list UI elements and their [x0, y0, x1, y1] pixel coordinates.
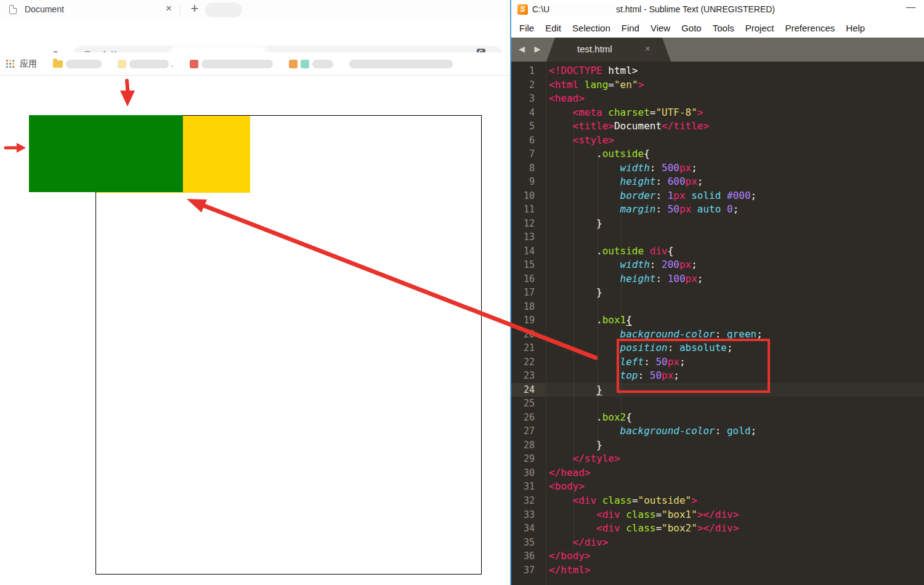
code-line[interactable]: 21 position: absolute;	[511, 341, 924, 355]
line-number: 3	[511, 92, 545, 106]
code-line[interactable]: 11 margin: 50px auto 0;	[511, 203, 924, 217]
redacted-bookmark-label	[201, 60, 273, 68]
code-line[interactable]: 26 .box2{	[511, 411, 924, 425]
menu-item-tools[interactable]: Tools	[707, 18, 740, 38]
menu-item-view[interactable]: View	[645, 18, 676, 38]
tab-nav-arrows-icon[interactable]: ◀ ▶	[519, 44, 545, 54]
code-line[interactable]: 10 border: 1px solid #000;	[511, 189, 924, 203]
code-line[interactable]: 4 <meta charset="UTF-8">	[511, 106, 924, 120]
code-text: height: 100px;	[545, 272, 703, 286]
code-line[interactable]: 2<html lang="en">	[511, 78, 924, 92]
editor-tab-test-html[interactable]: test.html ×	[546, 38, 671, 62]
code-line[interactable]: 27 background-color: gold;	[511, 424, 924, 438]
redacted-bookmark-label	[349, 60, 453, 68]
code-line[interactable]: 5 <title>Document</title>	[511, 119, 924, 134]
menu-item-find[interactable]: Find	[616, 18, 645, 38]
code-line[interactable]: 7 .outside{	[511, 147, 924, 161]
code-line[interactable]: 14 .outside div{	[511, 244, 924, 259]
sublime-titlebar: S C:\U st.html - Sublime Text (UNREGISTE…	[511, 0, 924, 18]
apps-label[interactable]: 应用	[20, 58, 37, 70]
line-number: 12	[511, 217, 545, 231]
sublime-logo-icon: S	[517, 4, 528, 15]
code-line[interactable]: 12 }	[511, 217, 924, 231]
code-line[interactable]: 33 <div class="box1"></div>	[511, 508, 924, 522]
code-line[interactable]: 34 <div class="box2"></div>	[511, 522, 924, 536]
code-text: </body>	[545, 549, 590, 563]
code-line[interactable]: 25	[511, 397, 924, 411]
bookmark-item[interactable]	[190, 60, 273, 68]
tab-close-icon[interactable]: ×	[162, 2, 176, 15]
line-number: 11	[511, 203, 545, 217]
code-line[interactable]: 35 </div>	[511, 536, 924, 550]
code-line[interactable]: 16 height: 100px;	[511, 272, 924, 286]
code-text: margin: 50px auto 0;	[545, 203, 739, 217]
code-text: <!DOCTYPE html>	[545, 64, 638, 78]
code-line[interactable]: 19 .box1{	[511, 313, 924, 328]
bookmark-item[interactable]	[53, 60, 102, 68]
line-number: 20	[511, 328, 545, 342]
code-line[interactable]: 28 }	[511, 438, 924, 453]
code-line[interactable]: 9 height: 600px;	[511, 175, 924, 189]
menu-item-help[interactable]: Help	[840, 18, 870, 38]
menu-item-selection[interactable]: Selection	[567, 18, 616, 38]
line-number: 22	[511, 355, 545, 369]
code-text: </head>	[545, 466, 590, 480]
code-line[interactable]: 23 top: 50px;	[511, 369, 924, 383]
new-tab-button[interactable]: +	[187, 1, 203, 17]
code-line[interactable]: 6 <style>	[511, 134, 924, 148]
menu-item-edit[interactable]: Edit	[540, 18, 567, 38]
code-line[interactable]: 29 </style>	[511, 452, 924, 466]
code-text: border: 1px solid #000;	[545, 189, 756, 203]
browser-toolbar: ← → ↻ i 文件 | file:///C:/U /test.html G A	[0, 18, 510, 52]
code-text: left: 50px;	[545, 355, 686, 369]
code-text: <meta charset="UTF-8">	[545, 106, 703, 120]
line-number: 1	[511, 64, 545, 78]
code-line[interactable]: 31<body>	[511, 480, 924, 494]
code-line[interactable]: 22 left: 50px;	[511, 355, 924, 369]
favicon-icon	[190, 60, 198, 68]
apps-grid-icon[interactable]	[6, 60, 15, 68]
minimize-button[interactable]: —	[906, 1, 915, 12]
code-text: top: 50px;	[545, 369, 679, 383]
bookmarks-bar: 应用 .	[0, 52, 510, 75]
menu-item-project[interactable]: Project	[740, 18, 780, 38]
code-line[interactable]: 1<!DOCTYPE html>	[511, 64, 924, 78]
code-lines: 1<!DOCTYPE html>2<html lang="en">3<head>…	[511, 64, 924, 577]
line-number: 8	[511, 161, 545, 176]
menu-item-file[interactable]: File	[514, 18, 540, 38]
code-line[interactable]: 32 <div class="outside">	[511, 494, 924, 508]
bookmark-item[interactable]: .	[118, 59, 174, 68]
code-line[interactable]: 8 width: 500px;	[511, 161, 924, 176]
code-text: </html>	[545, 563, 590, 578]
code-line[interactable]: 30</head>	[511, 466, 924, 480]
code-line[interactable]: 13	[511, 230, 924, 244]
menu-item-preferences[interactable]: Preferences	[779, 18, 840, 38]
code-line[interactable]: 3<head>	[511, 92, 924, 106]
code-line[interactable]: 20 background-color: green;	[511, 328, 924, 342]
line-number: 26	[511, 411, 545, 425]
code-line[interactable]: 36</body>	[511, 549, 924, 563]
code-line[interactable]: 15 width: 200px;	[511, 258, 924, 272]
favicon-icon	[118, 60, 126, 68]
apps-grid-dot	[9, 63, 11, 65]
code-text: <div class="box1"></div>	[545, 508, 739, 522]
code-text: <style>	[545, 134, 614, 148]
line-number: 2	[511, 78, 545, 92]
line-number: 30	[511, 466, 545, 480]
code-editor[interactable]: 1<!DOCTYPE html>2<html lang="en">3<head>…	[511, 62, 924, 585]
menu-item-goto[interactable]: Goto	[676, 18, 707, 38]
code-line[interactable]: 37</html>	[511, 563, 924, 578]
line-number: 18	[511, 300, 545, 314]
code-line[interactable]: 17 }	[511, 286, 924, 300]
code-line[interactable]: 18	[511, 300, 924, 314]
bookmark-item[interactable]	[289, 60, 333, 68]
code-text: width: 200px;	[545, 258, 697, 272]
apps-grid-dot	[6, 66, 8, 68]
bookmark-item[interactable]	[349, 60, 453, 68]
line-number: 21	[511, 341, 545, 355]
browser-tab-document[interactable]: Document ×	[0, 0, 180, 18]
editor-tab-close-icon[interactable]: ×	[645, 43, 650, 54]
sublime-tabbar: ◀ ▶ test.html ×	[511, 38, 924, 62]
code-line[interactable]: 24 }	[511, 383, 924, 397]
code-text: <div class="outside">	[545, 494, 697, 508]
